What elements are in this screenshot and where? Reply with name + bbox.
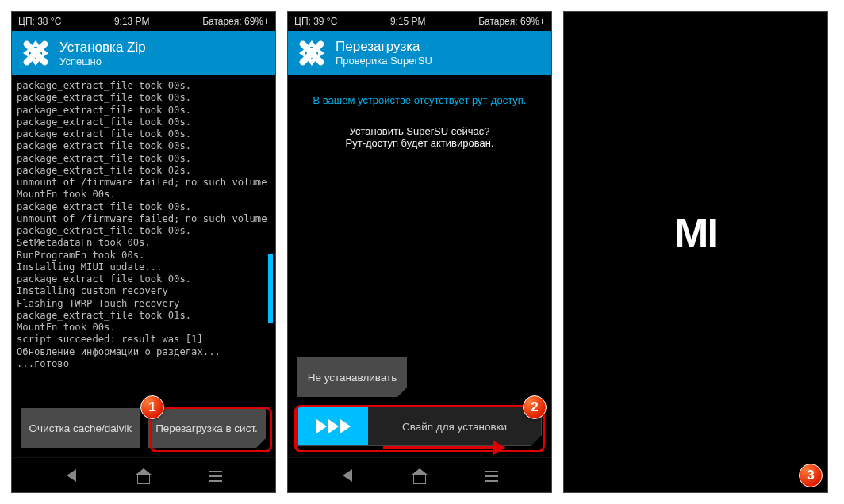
screen-title: Перезагрузка — [336, 39, 432, 55]
twrp-logo-icon — [20, 37, 52, 69]
badge-1: 1 — [140, 395, 164, 419]
swipe-handle[interactable] — [298, 407, 368, 445]
swipe-label: Свайп для установки — [368, 421, 541, 433]
nav-back-icon[interactable] — [338, 466, 357, 485]
mi-boot-logo-icon: MI — [674, 209, 717, 257]
nav-home-icon[interactable] — [134, 466, 153, 485]
nav-recent-icon[interactable] — [206, 466, 225, 485]
nav-bar — [12, 457, 275, 492]
reboot-system-button[interactable]: Перезагрузка в сист. — [148, 408, 266, 448]
nav-back-icon[interactable] — [62, 466, 81, 485]
chevron-right-icon — [316, 419, 327, 433]
scrollbar-thumb[interactable] — [268, 254, 273, 323]
swipe-arrow-icon — [383, 446, 494, 449]
nav-bar — [288, 457, 551, 492]
no-root-message: В вашем устройстве отсутствует рут-досту… — [304, 94, 535, 106]
nav-home-icon[interactable] — [410, 466, 429, 485]
terminal-log: package_extract_file took 00s. package_e… — [12, 75, 275, 373]
wipe-cache-button[interactable]: Очистка cache/dalvik — [21, 408, 140, 448]
chevron-right-icon — [328, 419, 339, 433]
badge-3: 3 — [799, 464, 823, 487]
chevron-right-icon — [340, 419, 351, 433]
status-bar: ЦП: 38 °C 9:13 PM Батарея: 69%+ — [12, 12, 275, 31]
cpu-temp: ЦП: 39 °C — [294, 16, 337, 27]
screen-subtitle: Успешно — [59, 55, 146, 67]
phone-screen-2: ЦП: 39 °C 9:15 PM Батарея: 69%+ Перезагр… — [287, 11, 552, 493]
install-question: Установить SuperSU сейчас? — [304, 125, 535, 137]
cpu-temp: ЦП: 38 °C — [18, 16, 61, 27]
phone-screen-3: MI 3 — [563, 11, 828, 493]
twrp-logo-icon — [296, 37, 328, 69]
status-bar: ЦП: 39 °C 9:15 PM Батарея: 69%+ — [288, 12, 551, 31]
screen-title: Установка Zip — [59, 40, 146, 55]
battery: Батарея: 69%+ — [202, 16, 269, 27]
root-info: Рут-доступ будет активирован. — [304, 137, 535, 149]
battery: Батарея: 69%+ — [478, 16, 545, 27]
title-bar: Перезагрузка Проверика SuperSU — [288, 31, 551, 75]
clock: 9:13 PM — [114, 16, 150, 27]
clock: 9:15 PM — [390, 16, 426, 27]
nav-recent-icon[interactable] — [482, 466, 501, 485]
mi-logo-text: MI — [674, 209, 717, 257]
do-not-install-button[interactable]: Не устанавливать — [297, 357, 407, 397]
title-bar: Установка Zip Успешно — [12, 31, 275, 75]
badge-2: 2 — [523, 395, 547, 419]
screen-subtitle: Проверика SuperSU — [336, 55, 432, 67]
phone-screen-1: ЦП: 38 °C 9:13 PM Батарея: 69%+ Установк… — [11, 11, 276, 493]
